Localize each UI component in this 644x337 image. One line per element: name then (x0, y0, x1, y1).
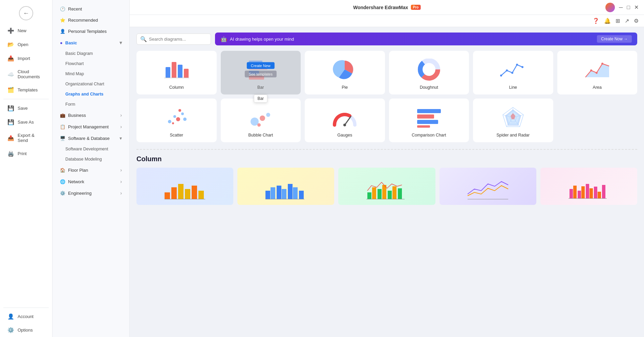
spider-chart-icon (498, 105, 528, 130)
template-thumb-2[interactable] (237, 168, 334, 205)
network-icon: 🌐 (60, 179, 65, 184)
ai-banner[interactable]: 🤖 AI drawing helps open your mind Create… (215, 33, 637, 45)
sidebar-item-cloud[interactable]: ☁️ Cloud Documents (2, 66, 50, 83)
chart-card-column[interactable]: Column (136, 51, 217, 94)
sidebar-item-options[interactable]: ⚙️ Options (2, 323, 50, 337)
see-templates-button[interactable]: See templates (245, 70, 277, 77)
svg-point-24 (176, 117, 180, 121)
chart-card-area[interactable]: Area (557, 51, 638, 94)
sidebar-floorplan[interactable]: 🏠 Floor Plan › (55, 165, 127, 175)
close-button[interactable]: ✕ (634, 4, 639, 10)
avatar[interactable] (605, 3, 615, 12)
svg-point-31 (266, 113, 270, 117)
svg-rect-79 (594, 187, 597, 198)
sidebar-item-templates[interactable]: 🗂️ Templates (2, 83, 50, 97)
template-thumb-3[interactable] (338, 168, 435, 205)
apps-button[interactable]: ⊞ (616, 18, 620, 24)
sidebar-mindmap[interactable]: Mind Map (55, 69, 127, 79)
chart-card-pie[interactable]: Pie (305, 51, 385, 94)
line-chart-icon (498, 57, 528, 82)
templates-icon: 🗂️ (7, 87, 14, 93)
sidebar-basic-diagram[interactable]: Basic Diagram (55, 49, 127, 58)
chart-card-bar[interactable]: Create New See templates Bar Bar (221, 51, 301, 94)
create-new-button[interactable]: Create New (247, 62, 275, 69)
sidebar-item-export[interactable]: 📤 Export & Send (2, 129, 50, 146)
sidebar-software[interactable]: 🖥️ Software & Database ▾ (55, 133, 127, 144)
narrow-sidebar: ← ➕ New 📂 Open 📥 Import ☁️ Cloud Documen… (0, 0, 52, 337)
project-label: Project Management (68, 124, 109, 129)
sidebar-database[interactable]: Database Modeling (55, 154, 127, 164)
gauges-chart-label: Gauges (337, 133, 352, 138)
chart-card-line[interactable]: Line (473, 51, 553, 94)
sidebar-item-open[interactable]: 📂 Open (2, 38, 50, 51)
bubble-chart-label: Bubble Chart (248, 133, 273, 138)
sidebar-graphs-charts[interactable]: Graphs and Charts (55, 89, 127, 99)
wide-sidebar: 🕐 Recent ⭐ Recommended 👤 Personal Templa… (52, 0, 130, 337)
sidebar-item-saveas[interactable]: 💾 Save As (2, 115, 50, 129)
share-button[interactable]: ↗ (625, 18, 629, 24)
chart-card-comparison[interactable]: Comparison Chart (389, 99, 469, 142)
help-button[interactable]: ❓ (593, 18, 599, 24)
search-input[interactable] (149, 37, 207, 42)
sidebar-project[interactable]: 📋 Project Management › (55, 121, 127, 132)
sidebar-item-options-label: Options (18, 328, 33, 333)
sidebar-item-account[interactable]: 👤 Account (2, 310, 50, 323)
svg-point-27 (183, 118, 187, 121)
svg-rect-70 (398, 188, 402, 199)
template-thumb-1[interactable] (136, 168, 233, 205)
search-box[interactable]: 🔍 (136, 34, 211, 45)
svg-rect-35 (417, 109, 441, 113)
sidebar-personal[interactable]: 👤 Personal Templates (55, 26, 127, 37)
chart-grid: Column Create New See templates (136, 51, 637, 142)
floorplan-label: Floor Plan (68, 168, 88, 173)
svg-rect-76 (581, 186, 585, 198)
sidebar-item-save[interactable]: 💾 Save (2, 102, 50, 115)
sidebar-flowchart[interactable]: Flowchart (55, 59, 127, 68)
sidebar-item-account-label: Account (18, 314, 34, 319)
svg-rect-57 (271, 187, 275, 199)
sidebar-item-templates-label: Templates (18, 87, 38, 92)
template-thumb-5[interactable] (540, 168, 637, 205)
chart-card-scatter[interactable]: Scatter (136, 99, 217, 142)
area-chart-label: Area (593, 85, 602, 90)
ai-text: AI drawing helps open your mind (230, 37, 594, 42)
chart-card-doughnut[interactable]: Doughnut (389, 51, 469, 94)
column-chart-label: Column (169, 85, 184, 90)
sidebar-item-import[interactable]: 📥 Import (2, 52, 50, 65)
graphs-charts-label: Graphs and Charts (65, 92, 104, 97)
svg-rect-52 (185, 189, 190, 199)
notification-button[interactable]: 🔔 (604, 18, 611, 24)
svg-rect-64 (367, 192, 371, 199)
sidebar-item-new[interactable]: ➕ New (2, 24, 50, 37)
sidebar-basic[interactable]: ● Basic ▾ (55, 37, 127, 48)
bar-tooltip: Bar (254, 94, 267, 103)
pie-chart-label: Pie (342, 85, 348, 90)
svg-rect-56 (265, 191, 270, 199)
settings-button[interactable]: ⚙ (634, 18, 639, 24)
sidebar-item-print[interactable]: 🖨️ Print (2, 147, 50, 160)
floorplan-icon: 🏠 (60, 168, 65, 173)
sidebar-engineering[interactable]: ⚙️ Engineering › (55, 188, 127, 198)
back-button[interactable]: ← (19, 6, 33, 20)
sidebar-software-dev[interactable]: Software Development (55, 144, 127, 154)
template-row (136, 168, 637, 205)
recent-label: Recent (68, 6, 82, 12)
chart-card-spider[interactable]: Spider and Radar (473, 99, 553, 142)
content-area: 🔍 🤖 AI drawing helps open your mind Crea… (130, 27, 644, 337)
template-thumb-4[interactable] (439, 168, 536, 205)
sidebar-recommended[interactable]: ⭐ Recommended (55, 15, 127, 25)
sidebar-form[interactable]: Form (55, 100, 127, 109)
maximize-button[interactable]: □ (627, 4, 630, 10)
network-chevron: › (120, 179, 122, 184)
sidebar-network[interactable]: 🌐 Network › (55, 176, 127, 187)
chart-card-gauges[interactable]: Gauges (305, 99, 385, 142)
create-now-button[interactable]: Create Now → (597, 35, 632, 43)
spider-chart-label: Spider and Radar (496, 133, 530, 138)
sidebar-business[interactable]: 💼 Business › (55, 110, 127, 121)
minimize-button[interactable]: ─ (619, 4, 623, 10)
sidebar-orgchart[interactable]: Organizational Chart (55, 79, 127, 89)
sidebar-recent[interactable]: 🕐 Recent (55, 4, 127, 14)
column-chart-icon (161, 57, 192, 82)
flowchart-label: Flowchart (65, 61, 84, 66)
chart-card-bubble[interactable]: Bubble Chart (221, 99, 301, 142)
